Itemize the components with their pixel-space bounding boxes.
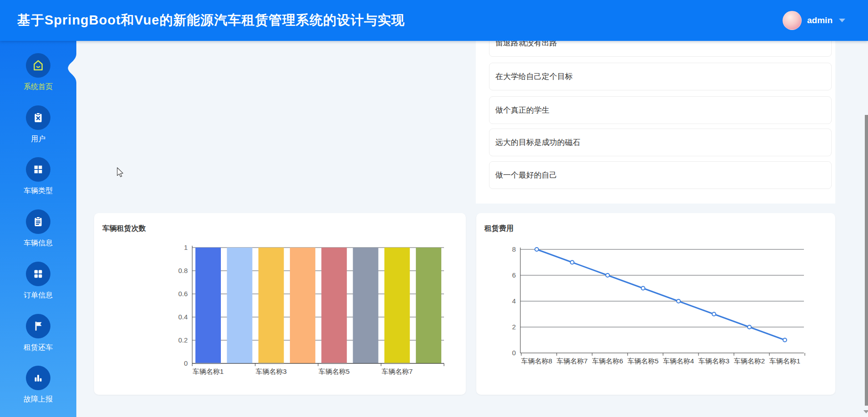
quote-list-item[interactable]: 在大学给自己定个目标: [489, 63, 832, 90]
svg-text:车辆名称5: 车辆名称5: [319, 367, 349, 375]
sidebar-item-3[interactable]: 车辆类型: [0, 157, 76, 196]
quote-text: 做个真正的学生: [495, 105, 549, 115]
svg-text:车辆名称4: 车辆名称4: [663, 357, 694, 365]
sidebar-item-label: 租赁还车: [24, 343, 53, 352]
sidebar-item-label: 车辆信息: [24, 238, 53, 248]
quote-list-item[interactable]: 远大的目标是成功的磁石: [489, 129, 832, 156]
quote-list-item[interactable]: 做一个最好的自己: [489, 161, 832, 189]
sidebar-item-4[interactable]: 车辆信息: [0, 209, 76, 248]
flag-icon: [26, 314, 50, 338]
bar-chart: 00.20.40.60.81车辆名称1车辆名称3车辆名称5车辆名称7: [94, 213, 466, 395]
svg-text:4: 4: [512, 297, 516, 305]
bar-chart-card: 车辆租赁次数 00.20.40.60.81车辆名称1车辆名称3车辆名称5车辆名称…: [94, 213, 466, 395]
sidebar: 系统首页用户车辆类型车辆信息订单信息租赁还车故障上报: [0, 0, 76, 417]
app-window: 基于SpringBoot和Vue的新能源汽车租赁管理系统的设计与实现 admin…: [0, 0, 868, 417]
active-item-notch: [67, 54, 76, 83]
svg-text:车辆名称8: 车辆名称8: [521, 357, 552, 365]
sidebar-item-1[interactable]: 系统首页: [0, 53, 76, 92]
svg-text:车辆名称6: 车辆名称6: [592, 357, 623, 365]
svg-text:0.2: 0.2: [178, 336, 188, 344]
sidebar-item-label: 订单信息: [24, 291, 53, 300]
svg-text:0: 0: [512, 349, 516, 357]
svg-text:车辆名称7: 车辆名称7: [382, 367, 413, 375]
sidebar-item-6[interactable]: 租赁还车: [0, 314, 76, 352]
svg-text:2: 2: [512, 323, 516, 331]
svg-text:0: 0: [184, 359, 188, 367]
quote-text: 做一个最好的自己: [495, 170, 557, 180]
svg-text:车辆名称1: 车辆名称1: [769, 357, 800, 365]
vertical-scrollbar-thumb[interactable]: [865, 115, 868, 406]
grid-rounded-icon: [26, 262, 50, 286]
user-name: admin: [807, 15, 833, 25]
svg-text:0.6: 0.6: [178, 290, 188, 298]
line-chart-card: 租赁费用 02468车辆名称8车辆名称7车辆名称6车辆名称5车辆名称4车辆名称3…: [476, 213, 835, 395]
sidebar-item-label: 用户: [31, 134, 45, 144]
clipboard-lines-icon: [26, 209, 50, 234]
svg-text:车辆名称5: 车辆名称5: [628, 357, 658, 365]
mouse-cursor: [116, 167, 125, 178]
app-title: 基于SpringBoot和Vue的新能源汽车租赁管理系统的设计与实现: [17, 11, 405, 30]
sidebar-item-label: 系统首页: [24, 82, 53, 92]
svg-text:0.4: 0.4: [178, 313, 188, 321]
home-icon: [26, 53, 50, 78]
svg-text:车辆名称3: 车辆名称3: [255, 367, 286, 375]
sidebar-item-5[interactable]: 订单信息: [0, 262, 76, 300]
svg-text:1: 1: [184, 243, 188, 251]
scrollbar-down-arrow[interactable]: [863, 410, 868, 413]
svg-text:车辆名称7: 车辆名称7: [557, 357, 588, 365]
sidebar-item-label: 车辆类型: [24, 186, 53, 196]
svg-text:车辆名称3: 车辆名称3: [698, 357, 729, 365]
caret-down-icon: [839, 19, 845, 22]
quote-text: 在大学给自己定个目标: [495, 71, 573, 82]
sidebar-item-label: 故障上报: [24, 395, 53, 404]
sidebar-item-2[interactable]: 用户: [0, 105, 76, 144]
clipboard-x-icon: [26, 105, 50, 130]
quote-text: 远大的目标是成功的磁石: [495, 137, 580, 148]
svg-text:车辆名称2: 车辆名称2: [734, 357, 765, 365]
quote-list-item[interactable]: 做个真正的学生: [489, 96, 832, 124]
grid-icon: [26, 157, 50, 182]
avatar[interactable]: [783, 11, 802, 30]
app-header: 基于SpringBoot和Vue的新能源汽车租赁管理系统的设计与实现 admin: [0, 0, 868, 41]
bar-chart-icon: [26, 366, 50, 390]
line-chart: 02468车辆名称8车辆名称7车辆名称6车辆名称5车辆名称4车辆名称3车辆名称2…: [476, 213, 835, 395]
svg-text:0.8: 0.8: [178, 267, 188, 274]
svg-text:8: 8: [512, 245, 516, 253]
svg-text:6: 6: [512, 271, 516, 279]
user-menu[interactable]: admin: [783, 0, 845, 41]
svg-text:车辆名称1: 车辆名称1: [193, 367, 224, 375]
sidebar-item-7[interactable]: 故障上报: [0, 366, 76, 404]
